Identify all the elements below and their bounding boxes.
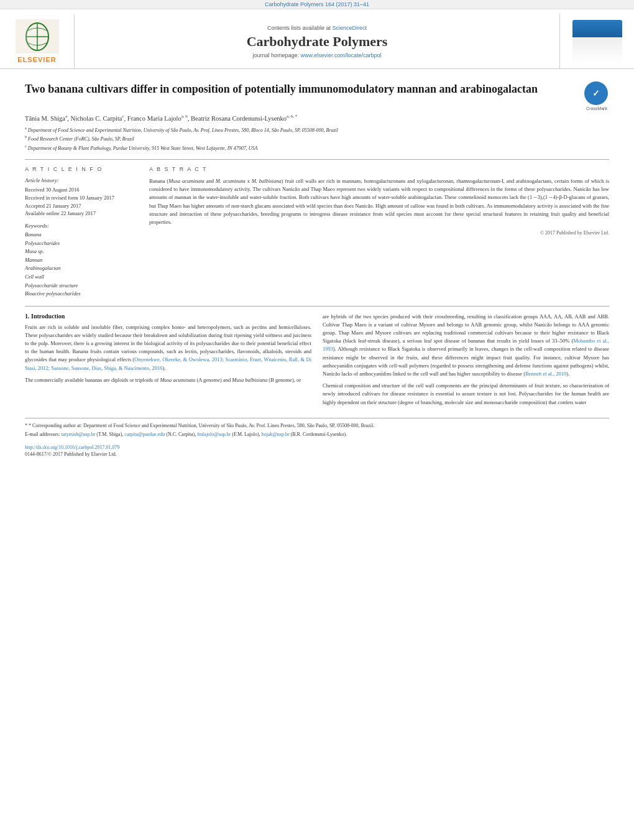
- ref-mobambo[interactable]: Mobambo et al., 1993: [323, 338, 609, 352]
- available-date: Available online 22 January 2017: [25, 210, 137, 218]
- journal-title-display: Carbohydrate Polymers: [247, 34, 388, 50]
- homepage-url[interactable]: www.elsevier.com/locate/carbpol: [301, 52, 382, 58]
- header-right: Carbohydrate Polymers: [559, 14, 634, 68]
- journal-homepage-line: journal homepage: www.elsevier.com/locat…: [252, 52, 381, 58]
- ref-onyenekwe[interactable]: Onyenekwe, Okereke, & Owolewa, 2013; Sca…: [25, 356, 311, 371]
- body-para-1: Fruits are rich in soluble and insoluble…: [25, 323, 311, 372]
- homepage-label: journal homepage:: [252, 52, 299, 58]
- svg-rect-7: [572, 39, 622, 63]
- authors-line: Tânia M. Shigaa, Nicholas C. Carpitac, F…: [25, 114, 609, 122]
- article-info-column: A R T I C L E I N F O Article history: R…: [25, 166, 137, 298]
- keywords-list: Banana Polysaccharides Musa sp. Mannan A…: [25, 231, 137, 298]
- email-link-carpita[interactable]: carpita@purdue.edu: [124, 432, 165, 437]
- divider-1: [25, 159, 609, 160]
- contents-line: Contents lists available at ScienceDirec…: [267, 25, 367, 31]
- email-link-hojak[interactable]: hojak@usp.br: [262, 432, 290, 437]
- svg-point-8: [588, 42, 607, 60]
- svg-text:Carbohydrate: Carbohydrate: [586, 24, 609, 28]
- crossmark-icon: ✓: [584, 81, 608, 105]
- abstract-label: A B S T R A C T: [149, 166, 609, 172]
- elsevier-graphic-icon: [16, 19, 59, 53]
- svg-text:Polymers: Polymers: [589, 30, 605, 34]
- affiliation-c: c Department of Botany & Plant Pathology…: [25, 144, 609, 152]
- keywords-title: Keywords:: [25, 223, 137, 229]
- issn-line: 0144-8617/© 2017 Published by Elsevier L…: [25, 451, 117, 457]
- email-label: E-mail addresses:: [25, 432, 60, 437]
- received-date: Received 30 August 2016: [25, 186, 137, 194]
- svg-point-10: [594, 48, 600, 54]
- doi-link[interactable]: http://dx.doi.org/10.1016/j.carbpol.2017…: [25, 445, 120, 450]
- article-info-label: A R T I C L E I N F O: [25, 166, 137, 172]
- abstract-text: Banana (Musa acuminata and M. acuminata …: [149, 177, 609, 226]
- journal-header: ELSEVIER Contents lists available at Sci…: [0, 9, 634, 69]
- divider-2: [25, 306, 609, 307]
- body-para-2: The commercially available bananas are d…: [25, 376, 311, 384]
- email-footnote: E-mail addresses: tatymish@usp.br (T.M. …: [25, 431, 609, 438]
- elsevier-brand-text: ELSEVIER: [17, 56, 56, 63]
- contents-text: Contents lists available at: [267, 25, 331, 31]
- elsevier-logo: ELSEVIER: [16, 19, 59, 63]
- header-left: ELSEVIER: [0, 14, 75, 68]
- corresponding-text: * Corresponding author at: Department of…: [29, 423, 374, 428]
- article-title: Two banana cultivars differ in compositi…: [25, 81, 577, 96]
- svg-point-9: [591, 45, 604, 57]
- svg-rect-4: [572, 20, 622, 39]
- email-link-lajolo[interactable]: fmlajolo@usp.br: [197, 432, 231, 437]
- affiliations: a Department of Food Science and Experim…: [25, 126, 609, 152]
- accepted-date: Accepted 21 January 2017: [25, 202, 137, 210]
- crossmark-logo: ✓ CrossMark: [584, 81, 609, 106]
- abstract-column: A B S T R A C T Banana (Musa acuminata a…: [149, 166, 609, 298]
- crossmark-label: CrossMark: [584, 106, 609, 111]
- section1-title: 1. Introduction: [25, 313, 311, 320]
- email-link-shiga[interactable]: tatymish@usp.br: [62, 432, 96, 437]
- journal-logo-box: Carbohydrate Polymers: [572, 20, 622, 63]
- body-two-col: 1. Introduction Fruits are rich in solub…: [25, 313, 609, 410]
- health-keyword: health: [56, 348, 69, 354]
- citation-bar: Carbohydrate Polymers 164 (2017) 31–41: [0, 0, 634, 9]
- citation-text: Carbohydrate Polymers 164 (2017) 31–41: [265, 1, 369, 7]
- article-info-abstract-layout: A R T I C L E I N F O Article history: R…: [25, 166, 609, 298]
- ref-bennett[interactable]: Bennett et al., 2010: [525, 371, 566, 377]
- revised-date: Received in revised form 10 January 2017: [25, 194, 137, 202]
- body-right-col: are hybrids of the two species produced …: [323, 313, 609, 410]
- affiliation-b: b Food Research Center (FoRC), São Paulo…: [25, 134, 609, 142]
- footnotes-section: * * Corresponding author at: Department …: [25, 418, 609, 438]
- header-center: Contents lists available at ScienceDirec…: [75, 14, 559, 68]
- copyright-text: © 2017 Published by Elsevier Ltd.: [149, 230, 609, 236]
- sciencedirect-link[interactable]: ScienceDirect: [333, 25, 367, 31]
- article-title-section: Two banana cultivars differ in compositi…: [25, 81, 609, 106]
- article-content: Two banana cultivars differ in compositi…: [0, 69, 634, 469]
- body-para-right-1: are hybrids of the two species produced …: [323, 313, 609, 378]
- affiliation-a: a Department of Food Science and Experim…: [25, 126, 609, 134]
- doi-section: http://dx.doi.org/10.1016/j.carbpol.2017…: [25, 443, 609, 457]
- article-history-title: Article history:: [25, 177, 137, 183]
- page-container: Carbohydrate Polymers 164 (2017) 31–41 E…: [0, 0, 634, 840]
- body-left-col: 1. Introduction Fruits are rich in solub…: [25, 313, 311, 410]
- body-para-right-2: Chemical composition and structure of th…: [323, 382, 609, 407]
- corresponding-footnote: * * Corresponding author at: Department …: [25, 422, 609, 430]
